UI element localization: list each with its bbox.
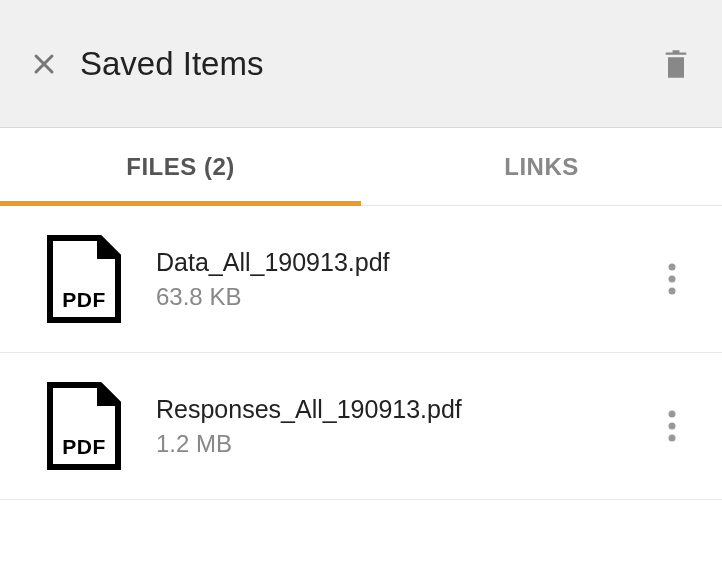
more-vertical-icon xyxy=(668,410,676,442)
tab-links-label: LINKS xyxy=(504,153,579,181)
file-type-label: PDF xyxy=(46,435,122,459)
svg-point-4 xyxy=(669,423,676,430)
svg-point-3 xyxy=(669,411,676,418)
panel-header: Saved Items xyxy=(0,0,722,128)
tabs-container: FILES (2) LINKS xyxy=(0,128,722,206)
more-vertical-icon xyxy=(668,263,676,295)
file-type-icon: PDF xyxy=(46,381,122,471)
close-button[interactable] xyxy=(28,48,60,80)
tab-files[interactable]: FILES (2) xyxy=(0,128,361,205)
file-type-label: PDF xyxy=(46,288,122,312)
trash-icon xyxy=(662,48,690,80)
tab-files-label: FILES (2) xyxy=(126,153,235,181)
file-item[interactable]: PDF Data_All_190913.pdf 63.8 KB xyxy=(0,206,722,353)
file-name: Responses_All_190913.pdf xyxy=(156,395,652,424)
svg-point-5 xyxy=(669,435,676,442)
svg-point-2 xyxy=(669,288,676,295)
delete-button[interactable] xyxy=(658,46,694,82)
more-options-button[interactable] xyxy=(652,406,692,446)
file-size: 1.2 MB xyxy=(156,430,652,458)
file-info: Responses_All_190913.pdf 1.2 MB xyxy=(156,395,652,458)
panel-title: Saved Items xyxy=(80,45,658,83)
file-type-icon: PDF xyxy=(46,234,122,324)
svg-point-1 xyxy=(669,276,676,283)
svg-point-0 xyxy=(669,264,676,271)
file-size: 63.8 KB xyxy=(156,283,652,311)
file-name: Data_All_190913.pdf xyxy=(156,248,652,277)
close-icon xyxy=(32,52,56,76)
tab-links[interactable]: LINKS xyxy=(361,128,722,205)
file-info: Data_All_190913.pdf 63.8 KB xyxy=(156,248,652,311)
file-list: PDF Data_All_190913.pdf 63.8 KB PDF Resp… xyxy=(0,206,722,500)
more-options-button[interactable] xyxy=(652,259,692,299)
file-item[interactable]: PDF Responses_All_190913.pdf 1.2 MB xyxy=(0,353,722,500)
